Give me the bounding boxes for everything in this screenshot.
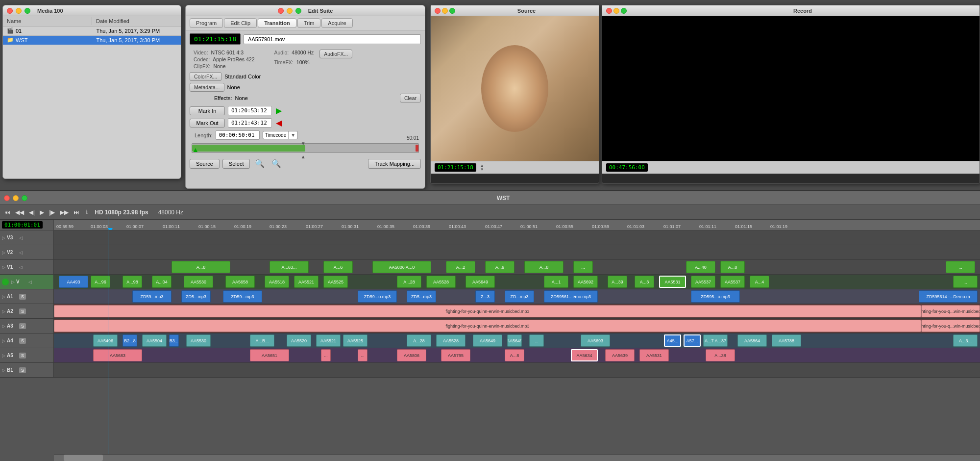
track-v3-play[interactable]: ▷ bbox=[2, 235, 5, 240]
clip-a4-aa5530[interactable]: AA5530 bbox=[186, 334, 211, 347]
clip-v1-11[interactable]: ... bbox=[946, 261, 975, 273]
clip-a4-b3[interactable]: B3... bbox=[169, 334, 179, 347]
transport-fwd1[interactable]: |▶ bbox=[48, 208, 56, 217]
clip-a5-aa5651[interactable]: AA5651 bbox=[250, 349, 289, 361]
clip-v-aa5525[interactable]: AA5525 bbox=[323, 276, 348, 288]
track-a5-content[interactable]: AA5683 AA5651 ... ... AA5806 AA5795 A...… bbox=[54, 348, 980, 362]
clip-v1-9[interactable]: A...40 bbox=[686, 261, 715, 273]
clip-a1-z3[interactable]: Z...3 bbox=[475, 290, 495, 303]
filename-input[interactable] bbox=[244, 34, 421, 44]
source-stepper[interactable]: ▲ ▼ bbox=[479, 164, 485, 172]
clip-a5-aa5795[interactable]: AA5795 bbox=[441, 349, 470, 361]
clip-v1-10[interactable]: A...8 bbox=[720, 261, 745, 273]
clip-v1-4[interactable]: AA5806 A...0 bbox=[372, 261, 431, 273]
tc-dropdown-arrow[interactable]: ▼ bbox=[288, 131, 297, 139]
timeline-max[interactable] bbox=[22, 195, 27, 201]
main-timecode[interactable]: 01:21:15:18 bbox=[190, 33, 241, 45]
clip-a4-aa5788[interactable]: AA5788 bbox=[772, 334, 801, 347]
track-a1-s[interactable]: S bbox=[19, 294, 26, 300]
scrub-track[interactable]: ▲ bbox=[192, 143, 419, 153]
track-a5-s[interactable]: S bbox=[19, 353, 26, 359]
track-v-play[interactable]: ▷ bbox=[11, 280, 15, 284]
media-item-01[interactable]: 🎬 01 Thu, Jan 5, 2017, 3:29 PM bbox=[3, 26, 181, 36]
clip-v-aa5692[interactable]: AA5692 bbox=[573, 276, 598, 288]
clip-v-aa5537b[interactable]: AA5537 bbox=[720, 276, 745, 288]
record-max[interactable] bbox=[621, 8, 627, 14]
clip-a4-aa5649c[interactable]: AA5649 bbox=[507, 334, 522, 347]
clip-a4-aa5521[interactable]: AA5521 bbox=[316, 334, 341, 347]
clip-a1-zd4[interactable]: ZD59...o.mp3 bbox=[358, 290, 397, 303]
mark-out-tc[interactable] bbox=[228, 118, 272, 128]
clip-a1-zd5[interactable]: ZD5...mp3 bbox=[407, 290, 436, 303]
clip-a5-dots2[interactable]: ... bbox=[358, 349, 368, 361]
clip-v-aa5518[interactable]: AA5518 bbox=[265, 276, 289, 288]
track-a3-s[interactable]: S bbox=[19, 323, 26, 329]
track-b1-play[interactable]: ▷ bbox=[2, 368, 5, 373]
track-v2-arrow[interactable]: ◁ bbox=[19, 250, 23, 255]
info-icon[interactable]: ℹ bbox=[86, 209, 88, 215]
track-a5-play[interactable]: ▷ bbox=[2, 353, 5, 358]
media-close-btn[interactable] bbox=[7, 8, 13, 14]
track-a4-play[interactable]: ▷ bbox=[2, 338, 5, 343]
clip-v1-6[interactable]: A...9 bbox=[485, 261, 514, 273]
clip-v1-3[interactable]: A...6 bbox=[323, 261, 353, 273]
clip-a4-dots[interactable]: ... bbox=[529, 334, 544, 347]
clip-v-a39[interactable]: A...39 bbox=[608, 276, 627, 288]
clip-v-a04[interactable]: A...04 bbox=[152, 276, 172, 288]
clip-a5-aa5683[interactable]: AA5683 bbox=[93, 349, 142, 361]
clip-a4-aa5528b[interactable]: AA5528 bbox=[436, 334, 466, 347]
track-a4-content[interactable]: AA5496 B2...8 AA5504 B3... AA5530 A...B.… bbox=[54, 333, 980, 348]
clip-v-aa493[interactable]: AA493 bbox=[59, 276, 88, 288]
transport-end[interactable]: ⏭ bbox=[72, 208, 81, 217]
zoom-out-btn[interactable]: 🔍 bbox=[270, 158, 283, 169]
record-min[interactable] bbox=[613, 8, 619, 14]
clip-v-a28[interactable]: A...28 bbox=[397, 276, 421, 288]
clip-a5-dots[interactable]: ... bbox=[321, 349, 331, 361]
clip-v-aa5649[interactable]: AA5649 bbox=[466, 276, 495, 288]
clip-a4-sel1[interactable]: A45... bbox=[664, 334, 681, 347]
clip-a4-end[interactable]: A...3... bbox=[953, 334, 978, 347]
track-a3-content[interactable]: fighting-for-you-quinn-erwin-musicbed.mp… bbox=[54, 319, 980, 333]
clip-a3-fighting[interactable]: fighting-for-you-quinn-erwin-musicbed.mp… bbox=[54, 320, 921, 332]
source-step-down[interactable]: ▼ bbox=[479, 168, 485, 172]
track-a1-content[interactable]: ZD59...mp3 ZD5...mp3 ZD59...mp3 ZD59...o… bbox=[54, 289, 980, 304]
tab-acquire[interactable]: Acquire bbox=[321, 18, 352, 28]
clip-a4-aa5693[interactable]: AA5693 bbox=[581, 334, 610, 347]
source-close[interactable] bbox=[435, 8, 441, 14]
clip-v-end[interactable]: ... bbox=[953, 276, 978, 288]
track-a2-content[interactable]: fighting-for-you-quinn-erwin-musicbed.mp… bbox=[54, 304, 980, 318]
clip-v1-1[interactable]: A...8 bbox=[172, 261, 230, 273]
clip-a4-a28b[interactable]: A...28 bbox=[407, 334, 431, 347]
clip-v-aa5537a[interactable]: AA5537 bbox=[691, 276, 715, 288]
track-a2-s[interactable]: S bbox=[19, 308, 26, 314]
clip-a4-a2[interactable]: A...B... bbox=[250, 334, 274, 347]
track-a1-play[interactable]: ▷ bbox=[2, 294, 5, 299]
edit-min-btn[interactable] bbox=[287, 8, 293, 14]
clip-v-a1[interactable]: A...1 bbox=[544, 276, 568, 288]
tc-dropdown[interactable]: Timecode ▼ bbox=[263, 131, 298, 139]
source-btn[interactable]: Source bbox=[190, 159, 220, 169]
tab-editclip[interactable]: Edit Clip bbox=[224, 18, 257, 28]
zoom-in-btn[interactable]: 🔍 bbox=[253, 158, 267, 169]
clip-v-aa5528[interactable]: AA5528 bbox=[426, 276, 456, 288]
clip-v-a98[interactable]: A...98 bbox=[122, 276, 142, 288]
mark-out-btn[interactable]: Mark Out bbox=[190, 119, 225, 128]
track-v2-play[interactable]: ▷ bbox=[2, 250, 5, 255]
clip-a4-aa5496[interactable]: AA5496 bbox=[93, 334, 118, 347]
track-v3-arrow[interactable]: ◁ bbox=[19, 235, 23, 240]
clip-a5-a38[interactable]: A...38 bbox=[706, 349, 735, 361]
clip-a4-aa5504[interactable]: AA5504 bbox=[142, 334, 167, 347]
clip-a4-b2[interactable]: B2...8 bbox=[122, 334, 137, 347]
clip-v1-5[interactable]: A...2 bbox=[446, 261, 475, 273]
timeline-min[interactable] bbox=[13, 195, 19, 201]
track-v1-play[interactable]: ▷ bbox=[2, 265, 5, 270]
clip-a2-fighting[interactable]: fighting-for-you-quinn-erwin-musicbed.mp… bbox=[54, 305, 921, 317]
clip-v-a96[interactable]: A...96 bbox=[91, 276, 110, 288]
mark-in-btn[interactable]: Mark In bbox=[190, 106, 225, 115]
source-max[interactable] bbox=[449, 8, 455, 14]
length-tc[interactable] bbox=[216, 130, 260, 140]
clip-a1-zd1[interactable]: ZD59...mp3 bbox=[132, 290, 172, 303]
clip-a5-aa5806[interactable]: AA5806 bbox=[397, 349, 426, 361]
metadata-btn[interactable]: Metadata... bbox=[190, 83, 224, 92]
select-btn[interactable]: Select bbox=[222, 159, 250, 169]
